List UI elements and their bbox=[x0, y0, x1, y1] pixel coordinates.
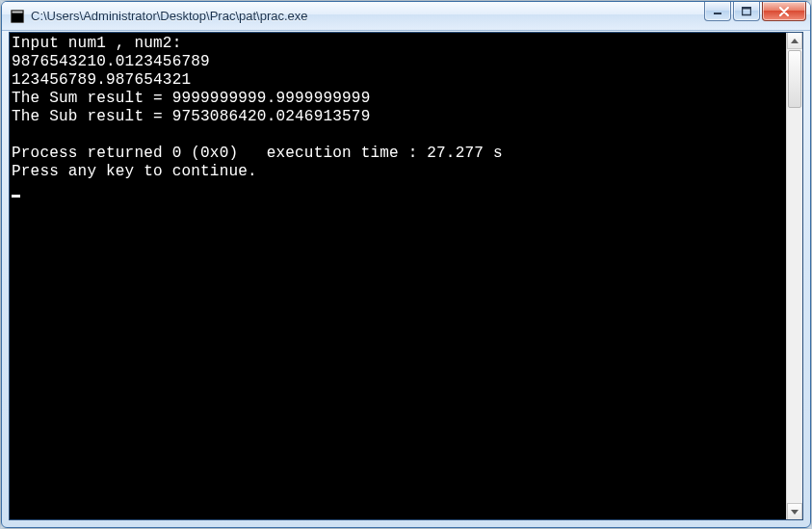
window-shadow: C:\Users\Administrator\Desktop\Prac\pat\… bbox=[0, 0, 812, 529]
scroll-down-button[interactable] bbox=[787, 503, 802, 519]
svg-rect-4 bbox=[743, 7, 751, 9]
console-output[interactable]: Input num1 , num2: 9876543210.0123456789… bbox=[10, 33, 786, 519]
arrow-down-icon bbox=[791, 510, 799, 515]
client-area: Input num1 , num2: 9876543210.0123456789… bbox=[9, 32, 803, 520]
close-button[interactable] bbox=[762, 2, 806, 21]
titlebar[interactable]: C:\Users\Administrator\Desktop\Prac\pat\… bbox=[2, 2, 810, 31]
arrow-up-icon bbox=[791, 39, 799, 43]
svg-rect-2 bbox=[714, 13, 721, 14]
app-icon bbox=[10, 9, 25, 24]
console-window: C:\Users\Administrator\Desktop\Prac\pat\… bbox=[1, 1, 811, 528]
svg-rect-1 bbox=[13, 11, 23, 13]
window-controls bbox=[704, 2, 806, 21]
console-text: Input num1 , num2: 9876543210.0123456789… bbox=[10, 33, 786, 207]
maximize-button[interactable] bbox=[733, 2, 760, 21]
minimize-button[interactable] bbox=[704, 2, 731, 21]
text-cursor bbox=[12, 195, 20, 198]
scroll-thumb[interactable] bbox=[788, 50, 801, 108]
window-title: C:\Users\Administrator\Desktop\Prac\pat\… bbox=[31, 9, 308, 23]
vertical-scrollbar[interactable] bbox=[786, 33, 802, 519]
scroll-up-button[interactable] bbox=[787, 33, 802, 49]
